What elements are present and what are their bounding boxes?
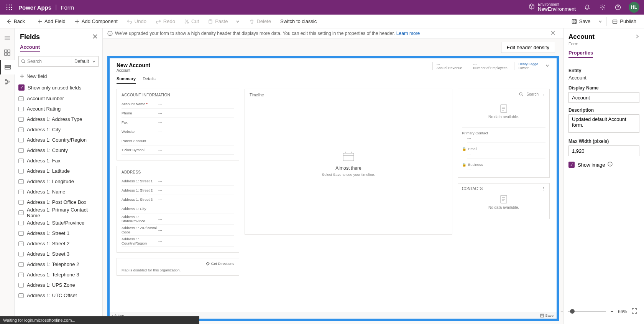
- header-expand-chevron-icon[interactable]: [545, 63, 550, 69]
- environment-picker[interactable]: Environment NewEnvironment: [529, 2, 576, 12]
- assist-more-icon[interactable]: ⋮: [542, 92, 545, 96]
- zoom-fit-button[interactable]: [630, 308, 639, 315]
- form-field-row[interactable]: Parent Account---: [122, 136, 234, 145]
- field-value[interactable]: ---: [158, 228, 162, 232]
- user-avatar[interactable]: HL: [629, 2, 639, 13]
- rail-tree-icon[interactable]: [0, 74, 15, 89]
- section-map[interactable]: Get Directions Map is disabled for this …: [117, 258, 239, 276]
- field-value[interactable]: ---: [158, 139, 162, 143]
- field-item[interactable]: ⋯Address 1: Primary Contact Name: [15, 207, 102, 218]
- field-item[interactable]: ⋯Address 1: Street 1: [15, 228, 102, 238]
- prop-maxwidth-input[interactable]: [568, 145, 639, 156]
- field-value[interactable]: ---: [158, 179, 162, 183]
- help-icon[interactable]: [610, 0, 626, 15]
- assist-search-label[interactable]: Search: [526, 92, 539, 96]
- save-button[interactable]: Save: [568, 15, 595, 28]
- zoom-out-button[interactable]: −: [559, 309, 565, 314]
- section-account-info[interactable]: ACCOUNT INFORMATION Account Name*---Phon…: [117, 89, 239, 160]
- field-item[interactable]: ⋯Address 1: State/Province: [15, 218, 102, 228]
- fields-filter-dropdown[interactable]: Default: [72, 56, 99, 67]
- info-icon[interactable]: [608, 162, 613, 168]
- form-field-row[interactable]: Address 1: Street 2---: [122, 186, 234, 195]
- field-item[interactable]: ⋯Address 1: Telephone 3: [15, 269, 102, 280]
- paste-dropdown-chevron[interactable]: [233, 20, 242, 23]
- prop-description-input[interactable]: [568, 114, 639, 133]
- field-item[interactable]: ⋯Address 1: Telephone 2: [15, 259, 102, 269]
- props-chevron-icon[interactable]: [635, 34, 639, 40]
- fields-list[interactable]: ⋯Account Number⋯Account Rating⋯Address 1…: [15, 93, 102, 324]
- contacts-more-icon[interactable]: ⋮: [542, 187, 545, 191]
- form-field-row[interactable]: Address 1: Street 1---: [122, 177, 234, 186]
- switch-classic-button[interactable]: Switch to classic: [276, 15, 320, 28]
- field-item[interactable]: ⋯Address 1: County: [15, 145, 102, 155]
- field-item[interactable]: ⋯Address 1: Longitude: [15, 176, 102, 187]
- field-item[interactable]: ⋯Address 1: Street 3: [15, 249, 102, 259]
- field-item[interactable]: ⋯Address 1: Country/Region: [15, 135, 102, 145]
- footer-save-button[interactable]: Save: [540, 313, 554, 317]
- section-assistant[interactable]: Search ⋮ No data available. Primary Cont…: [458, 89, 550, 178]
- fields-search-input[interactable]: Search: [18, 56, 72, 67]
- get-directions-button[interactable]: Get Directions: [122, 261, 234, 266]
- new-field-button[interactable]: New field: [18, 71, 99, 81]
- fields-tab-account[interactable]: Account: [20, 44, 40, 52]
- field-item[interactable]: ⋯Address 1: UTC Offset: [15, 290, 102, 301]
- field-value[interactable]: ---: [158, 239, 162, 243]
- field-item[interactable]: ⋯Address 1: Address Type: [15, 114, 102, 124]
- rail-fields-icon[interactable]: [0, 60, 15, 74]
- form-canvas[interactable]: New Account Account --- Annual Revenue -…: [107, 56, 559, 321]
- field-value[interactable]: ---: [158, 102, 162, 106]
- field-value[interactable]: ---: [158, 111, 162, 115]
- field-value[interactable]: ---: [158, 207, 162, 211]
- add-field-button[interactable]: Add Field: [34, 15, 69, 28]
- field-value[interactable]: ---: [158, 129, 162, 134]
- form-field-row[interactable]: Address 1: State/Province---: [122, 213, 234, 225]
- notifications-icon[interactable]: [580, 0, 595, 15]
- section-contacts[interactable]: CONTACTS ⋮ No data available.: [458, 183, 550, 219]
- tab-details[interactable]: Details: [143, 74, 156, 84]
- show-unused-checkbox[interactable]: Show only unused fields: [18, 84, 99, 91]
- form-field-row[interactable]: Address 1: Street 3---: [122, 195, 234, 204]
- field-item[interactable]: ⋯Account Rating: [15, 104, 102, 114]
- settings-icon[interactable]: [595, 0, 610, 15]
- add-component-button[interactable]: Add Component: [71, 15, 122, 28]
- form-field-row[interactable]: Address 1: City---: [122, 204, 234, 213]
- field-item[interactable]: ⋯Address 1: Post Office Box: [15, 197, 102, 207]
- field-item[interactable]: ⋯Address 1: UPS Zone: [15, 280, 102, 290]
- field-item[interactable]: ⋯Address 1: City: [15, 124, 102, 135]
- field-item[interactable]: ⋯Address 1: Latitude: [15, 166, 102, 176]
- form-field-row[interactable]: Ticker Symbol---: [122, 145, 234, 155]
- field-item[interactable]: ⋯Address 1: Fax: [15, 155, 102, 166]
- field-item[interactable]: ⋯Address 1: Street 2: [15, 238, 102, 249]
- publish-button[interactable]: Publish: [608, 15, 640, 28]
- form-field-row[interactable]: Address 1: Country/Region---: [122, 236, 234, 247]
- prop-showimage-checkbox[interactable]: Show image: [568, 162, 639, 168]
- rail-hamburger-icon[interactable]: [0, 31, 15, 45]
- back-button[interactable]: Back: [2, 15, 29, 28]
- form-field-row[interactable]: Account Name*---: [122, 99, 234, 109]
- tab-summary[interactable]: Summary: [117, 74, 136, 84]
- banner-close-icon[interactable]: [549, 31, 559, 36]
- field-value[interactable]: ---: [158, 217, 162, 221]
- save-dropdown-chevron[interactable]: [596, 20, 605, 23]
- field-item[interactable]: ⋯Address 1: Name: [15, 187, 102, 197]
- field-value[interactable]: ---: [158, 148, 162, 152]
- zoom-in-button[interactable]: +: [609, 309, 615, 314]
- form-field-row[interactable]: Website---: [122, 127, 234, 136]
- search-icon[interactable]: [519, 92, 523, 96]
- rail-components-icon[interactable]: [0, 45, 15, 60]
- field-value[interactable]: ---: [158, 120, 162, 124]
- zoom-slider[interactable]: [568, 311, 606, 312]
- field-value[interactable]: ---: [158, 188, 162, 192]
- primary-contact-value[interactable]: ---: [467, 135, 545, 143]
- section-address[interactable]: ADDRESS Address 1: Street 1---Address 1:…: [117, 166, 239, 253]
- fields-panel-close-icon[interactable]: [92, 34, 98, 41]
- section-timeline[interactable]: Timeline Almost there Select Save to see…: [245, 89, 452, 235]
- app-launcher-icon[interactable]: [2, 0, 17, 15]
- field-item[interactable]: ⋯Account Number: [15, 93, 102, 104]
- field-value[interactable]: ---: [158, 197, 162, 202]
- learn-more-link[interactable]: Learn more: [396, 31, 420, 36]
- form-field-row[interactable]: Phone---: [122, 109, 234, 118]
- prop-display-input[interactable]: [568, 92, 639, 103]
- edit-header-density-button[interactable]: Edit header density: [501, 42, 555, 53]
- form-field-row[interactable]: Address 1: ZIP/Postal Code---: [122, 225, 234, 236]
